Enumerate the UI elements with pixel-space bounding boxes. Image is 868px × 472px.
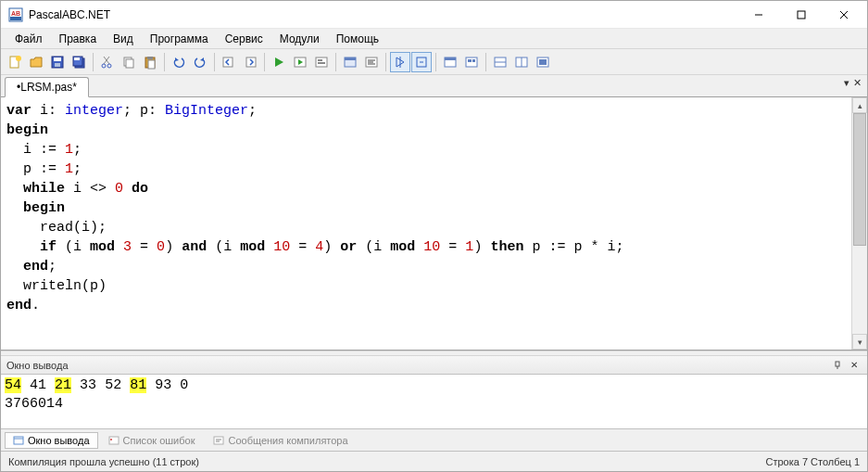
new-file-icon[interactable] xyxy=(5,52,25,72)
code-token xyxy=(265,239,273,255)
code-token: BigInteger xyxy=(165,103,248,119)
code-view-icon[interactable] xyxy=(361,52,382,72)
save-icon[interactable] xyxy=(47,52,68,72)
tab-bar: •LRSM.pas* ▾ ✕ xyxy=(1,75,867,97)
code-token: p := p * i; xyxy=(523,239,623,255)
output-token xyxy=(171,377,180,393)
app-icon: AB xyxy=(8,7,23,22)
toolbar-separator xyxy=(485,53,486,71)
code-token xyxy=(6,181,23,197)
run-noargs-icon[interactable] xyxy=(290,52,310,72)
code-token xyxy=(6,259,23,274)
close-panel-icon[interactable]: ✕ xyxy=(847,358,862,373)
code-token xyxy=(6,200,23,216)
output-token: 54 xyxy=(5,377,21,393)
nav-forward-icon[interactable] xyxy=(240,52,260,72)
output-tab-icon xyxy=(13,435,24,446)
svg-rect-2 xyxy=(10,17,21,20)
run-icon[interactable] xyxy=(269,52,289,72)
svg-rect-14 xyxy=(74,57,80,60)
code-token: var xyxy=(6,103,31,119)
code-token: ) xyxy=(323,239,340,255)
code-editor[interactable]: var i: integer; p: BigInteger; begin i :… xyxy=(1,97,851,350)
editor-tab[interactable]: •LRSM.pas* xyxy=(5,77,89,97)
maximize-button[interactable] xyxy=(780,1,823,29)
scroll-track[interactable] xyxy=(852,113,867,334)
code-token: . xyxy=(31,298,40,313)
code-token: p := xyxy=(6,161,65,177)
bottom-tab-errors[interactable]: Список ошибок xyxy=(100,432,204,449)
menu-program[interactable]: Программа xyxy=(142,31,217,47)
step-over-icon[interactable] xyxy=(411,52,432,72)
redo-icon[interactable] xyxy=(190,52,210,72)
code-token: i: xyxy=(31,103,65,119)
code-token: (i xyxy=(357,239,390,255)
tab-close-icon[interactable]: ✕ xyxy=(853,77,862,89)
code-token: 3 xyxy=(123,239,132,255)
cut-icon[interactable] xyxy=(97,52,118,72)
close-button[interactable] xyxy=(823,1,865,29)
code-token: do xyxy=(132,181,148,197)
code-token: 1 xyxy=(65,142,73,158)
svg-rect-25 xyxy=(246,57,256,67)
status-bar: Компиляция прошла успешно (11 строк) Стр… xyxy=(1,451,867,471)
menu-view[interactable]: Вид xyxy=(105,31,142,47)
output-token xyxy=(46,377,55,393)
errors-tab-icon xyxy=(108,435,120,446)
bottom-tab-label: Сообщения компилятора xyxy=(228,435,347,446)
copy-icon[interactable] xyxy=(119,52,139,72)
output-token: 0 xyxy=(180,377,188,393)
step-into-icon[interactable] xyxy=(390,52,410,72)
scroll-down-icon[interactable]: ▾ xyxy=(852,334,867,350)
code-token: or xyxy=(340,239,357,255)
compiler-tab-icon xyxy=(213,435,224,446)
window3-icon[interactable] xyxy=(490,52,510,72)
output-panel-title: Окно вывода xyxy=(6,360,69,371)
tab-dropdown-icon[interactable]: ▾ xyxy=(844,77,849,89)
window2-icon[interactable] xyxy=(461,52,482,72)
open-file-icon[interactable] xyxy=(26,52,46,72)
nav-back-icon[interactable] xyxy=(219,52,239,72)
menu-edit[interactable]: Правка xyxy=(51,31,106,47)
code-token: 10 xyxy=(273,239,290,255)
window4-icon[interactable] xyxy=(511,52,532,72)
code-token: = xyxy=(440,239,465,255)
code-token: 0 xyxy=(157,239,165,255)
status-cursor-position: Строка 7 Столбец 1 xyxy=(765,456,860,467)
window5-icon[interactable] xyxy=(533,52,553,72)
scroll-up-icon[interactable]: ▴ xyxy=(852,97,867,113)
bottom-tab-label: Окно вывода xyxy=(28,435,90,446)
editor-scrollbar[interactable]: ▴ ▾ xyxy=(851,97,867,350)
form-designer-icon[interactable] xyxy=(340,52,360,72)
svg-rect-31 xyxy=(345,57,356,60)
menu-service[interactable]: Сервис xyxy=(217,31,271,47)
code-token: read(i); xyxy=(6,220,107,236)
output-panel-body[interactable]: 54 41 21 33 52 81 93 0 3766014 xyxy=(1,375,867,428)
window1-icon[interactable] xyxy=(440,52,460,72)
svg-rect-23 xyxy=(148,60,155,69)
bottom-tab-compiler[interactable]: Сообщения компилятора xyxy=(205,432,356,449)
pin-icon[interactable] xyxy=(830,358,845,373)
svg-rect-22 xyxy=(147,57,153,59)
code-token: 4 xyxy=(315,239,323,255)
save-all-icon[interactable] xyxy=(69,52,89,72)
menu-bar: Файл Правка Вид Программа Сервис Модули … xyxy=(1,29,867,49)
code-token: = xyxy=(132,239,157,255)
svg-rect-43 xyxy=(472,59,475,62)
bottom-tab-output[interactable]: Окно вывода xyxy=(5,432,98,449)
toolbar-separator xyxy=(335,53,336,71)
window-title: PascalABC.NET xyxy=(29,8,737,21)
undo-icon[interactable] xyxy=(169,52,189,72)
menu-help[interactable]: Помощь xyxy=(328,31,387,47)
minimize-button[interactable] xyxy=(737,1,780,29)
svg-rect-4 xyxy=(798,11,805,19)
code-token xyxy=(115,239,123,255)
menu-file[interactable]: Файл xyxy=(6,31,51,47)
compile-icon[interactable] xyxy=(311,52,332,72)
paste-icon[interactable] xyxy=(140,52,160,72)
menu-modules[interactable]: Модули xyxy=(271,31,328,47)
toolbar-separator xyxy=(435,53,436,71)
output-token xyxy=(21,377,30,393)
scroll-thumb[interactable] xyxy=(853,113,866,246)
code-token: 0 xyxy=(115,181,123,197)
